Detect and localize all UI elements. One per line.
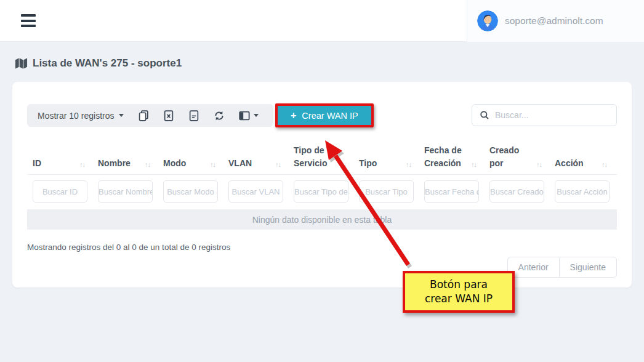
column-header[interactable]: Tipo↑↓: [353, 141, 419, 174]
tools-pill: Mostrar 10 registros: [27, 104, 273, 127]
column-header-label: Creado por: [489, 144, 529, 169]
next-page-button[interactable]: Siguiente: [559, 257, 617, 278]
column-filter-input[interactable]: [424, 180, 479, 203]
column-header-label: Fecha de Creación: [424, 144, 464, 169]
sort-icon[interactable]: ↑↓: [602, 161, 607, 169]
filter-cell: [288, 175, 353, 207]
filter-cell: [353, 175, 419, 207]
plus-icon: +: [291, 111, 296, 121]
column-filter-input[interactable]: [294, 180, 348, 203]
sort-icon[interactable]: ↑↓: [406, 161, 411, 169]
sort-icon[interactable]: ↑↓: [210, 161, 215, 169]
page-title: Lista de WAN's 275 - soporte1: [33, 57, 182, 70]
filter-cell: [484, 175, 549, 207]
export-file-icon[interactable]: [188, 110, 199, 121]
page-title-row: Lista de WAN's 275 - soporte1: [15, 57, 182, 70]
map-icon: [15, 57, 28, 70]
user-menu[interactable]: soporte@adminolt.com: [467, 0, 644, 42]
hamburger-menu-icon[interactable]: [21, 14, 36, 28]
column-visibility-dropdown[interactable]: [239, 110, 259, 121]
sort-icon[interactable]: ↑↓: [79, 161, 85, 169]
column-header-label: Tipo de Servicio: [294, 144, 333, 169]
annotation-text-line2: crear WAN IP: [425, 292, 493, 306]
filter-cell: [158, 175, 223, 207]
search-icon: [480, 110, 489, 120]
filter-cell: [419, 175, 484, 207]
annotation-text-line1: Botón para: [430, 278, 488, 292]
length-menu-label: Mostrar 10 registros: [38, 111, 114, 121]
sort-icon[interactable]: ↑↓: [471, 161, 477, 169]
column-header[interactable]: Nombre↑↓: [92, 141, 158, 174]
empty-state-text: Ningún dato disponible en esta tabla: [252, 215, 392, 225]
column-header[interactable]: Acción↑↓: [549, 141, 614, 174]
column-filter-input[interactable]: [98, 180, 153, 203]
column-header-label: VLAN: [228, 157, 252, 169]
annotation-highlight-box: + Crear WAN IP: [275, 103, 374, 127]
column-header[interactable]: Fecha de Creación↑↓: [419, 141, 484, 174]
filter-cell: [92, 175, 158, 207]
table-filter-row: [27, 175, 617, 207]
column-header[interactable]: Creado por↑↓: [484, 141, 549, 174]
pagination: Anterior Siguiente: [507, 257, 617, 278]
length-menu-dropdown[interactable]: Mostrar 10 registros: [38, 111, 124, 121]
create-wan-ip-button[interactable]: + Crear WAN IP: [278, 106, 371, 125]
column-filter-input[interactable]: [359, 180, 414, 203]
column-header-label: ID: [33, 157, 41, 169]
table-info-text: Mostrando registros del 0 al 0 de un tot…: [27, 243, 230, 252]
column-filter-input[interactable]: [555, 180, 610, 203]
column-filter-input[interactable]: [163, 180, 218, 203]
filter-cell: [549, 175, 614, 207]
column-filter-input[interactable]: [489, 180, 544, 203]
column-header-label: Acción: [555, 157, 584, 169]
column-header-label: Nombre: [98, 157, 131, 169]
export-excel-icon[interactable]: [163, 110, 174, 121]
column-header-label: Modo: [163, 157, 186, 169]
chevron-down-icon: [119, 114, 124, 117]
copy-icon[interactable]: [138, 110, 149, 121]
search-input[interactable]: [495, 110, 600, 120]
sort-icon[interactable]: ↑↓: [536, 161, 542, 169]
table-toolbar: Mostrar 10 registros: [27, 103, 617, 127]
chevron-down-icon: [254, 114, 259, 117]
column-header[interactable]: VLAN↑↓: [223, 141, 288, 174]
column-visibility-icon: [239, 110, 250, 121]
sort-icon[interactable]: ↑↓: [145, 161, 150, 169]
filter-cell: [223, 175, 288, 207]
export-tools: [138, 110, 259, 121]
column-filter-input[interactable]: [228, 180, 283, 203]
empty-state-row: Ningún dato disponible en esta tabla: [27, 209, 617, 230]
sort-icon[interactable]: ↑↓: [275, 161, 281, 169]
sort-icon[interactable]: ↑↓: [340, 161, 346, 169]
column-header[interactable]: ID↑↓: [27, 141, 92, 174]
column-header-label: Tipo: [359, 157, 377, 169]
table-header-row: ID↑↓Nombre↑↓Modo↑↓VLAN↑↓Tipo de Servicio…: [27, 141, 617, 175]
table-search: [472, 104, 617, 126]
user-avatar[interactable]: [477, 10, 498, 31]
top-bar: soporte@adminolt.com: [0, 0, 644, 42]
filter-cell: [27, 175, 92, 207]
wan-list-card: Mostrar 10 registros: [12, 82, 632, 288]
column-header[interactable]: Modo↑↓: [158, 141, 223, 174]
previous-page-button[interactable]: Anterior: [507, 257, 559, 278]
user-email: soporte@adminolt.com: [505, 15, 603, 26]
create-wan-ip-label: Crear WAN IP: [302, 111, 358, 121]
annotation-callout: Botón para crear WAN IP: [403, 271, 515, 313]
refresh-icon[interactable]: [214, 110, 225, 121]
column-header[interactable]: Tipo de Servicio↑↓: [288, 141, 353, 174]
column-filter-input[interactable]: [33, 180, 87, 203]
